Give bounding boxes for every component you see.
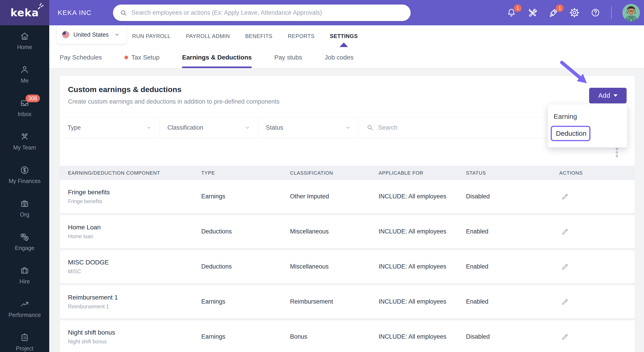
sidebar-item-label: Me bbox=[21, 77, 29, 84]
global-search[interactable] bbox=[113, 5, 411, 21]
actions-cell bbox=[559, 297, 635, 306]
unread-count-badge: 308 bbox=[26, 95, 40, 102]
module-tab-reports[interactable]: REPORTS bbox=[288, 25, 314, 47]
component-name: Night shift bonus bbox=[68, 329, 201, 336]
finances-icon bbox=[20, 165, 30, 175]
help-button[interactable] bbox=[590, 8, 601, 18]
sidebar-item-performance[interactable]: Performance bbox=[0, 299, 49, 332]
edit-button[interactable] bbox=[561, 192, 569, 201]
add-button-label: Add bbox=[598, 92, 610, 99]
chevron-down-icon bbox=[114, 32, 120, 38]
sidebar-item-label: Hire bbox=[20, 278, 30, 285]
type-cell: Earnings bbox=[201, 333, 290, 340]
sub-tab-earnings-deductions[interactable]: Earnings & Deductions bbox=[182, 47, 252, 68]
hire-icon bbox=[20, 266, 30, 276]
app-window: { "colors": { "topbar_bg": "#655bc9", "l… bbox=[0, 0, 644, 352]
notifications-button[interactable]: 1 bbox=[506, 8, 516, 18]
pencil-icon bbox=[561, 262, 569, 271]
pencil-icon bbox=[561, 297, 569, 306]
sidebar-item-label: Engage bbox=[15, 245, 34, 251]
table-row: Home LoanHome loanDeductionsMiscellaneou… bbox=[60, 215, 635, 248]
whats-new-button[interactable]: 1 bbox=[548, 8, 558, 18]
sub-tab-label: Pay Schedules bbox=[60, 54, 102, 61]
module-tab-benefits[interactable]: BENEFITS bbox=[245, 25, 272, 47]
column-header-applicable-for: APPLICABLE FOR bbox=[378, 170, 466, 176]
header-divider bbox=[611, 6, 612, 19]
user-avatar[interactable] bbox=[622, 4, 640, 22]
component-code: Fringe benefits bbox=[68, 198, 201, 205]
classification-cell: Miscellaneous bbox=[290, 228, 378, 235]
classification-cell: Bonus bbox=[290, 333, 378, 340]
sidebar-item-engage[interactable]: Engage bbox=[0, 232, 49, 266]
type-filter[interactable]: Type bbox=[60, 117, 160, 138]
column-options-button[interactable] bbox=[615, 148, 619, 157]
sidebar-item-label: My Finances bbox=[8, 178, 41, 184]
sidebar-item-inbox[interactable]: 308Inbox bbox=[0, 98, 49, 132]
keka-logo-text: keka bbox=[10, 7, 39, 19]
sub-tab-label: Earnings & Deductions bbox=[182, 54, 252, 61]
module-tab-label: SETTINGS bbox=[330, 33, 358, 39]
global-search-input[interactable] bbox=[132, 9, 404, 16]
module-tabs: RUN PAYROLLPAYROLL ADMINBENEFITSREPORTSS… bbox=[132, 25, 358, 47]
sub-tab-pay-stubs[interactable]: Pay stubs bbox=[274, 47, 302, 68]
classification-cell: Other Imputed bbox=[290, 193, 378, 200]
chevron-down-icon bbox=[345, 125, 351, 130]
column-header-classification: CLASSIFICATION bbox=[290, 170, 378, 176]
us-flag-icon bbox=[62, 31, 70, 39]
sub-tab-job-codes[interactable]: Job codes bbox=[324, 47, 354, 68]
sidebar-item-org[interactable]: Org bbox=[0, 199, 49, 232]
add-button[interactable]: Add bbox=[589, 88, 626, 103]
module-tab-run-payroll[interactable]: RUN PAYROLL bbox=[132, 25, 170, 47]
top-bar: keka KEKA INC 1 bbox=[0, 0, 644, 25]
sub-tab-label: Job codes bbox=[324, 54, 354, 61]
pencil-icon bbox=[561, 332, 569, 341]
sub-tab-label: Pay stubs bbox=[274, 54, 302, 61]
actions-cell bbox=[559, 332, 635, 341]
settings-button[interactable] bbox=[569, 8, 580, 18]
module-tab-settings[interactable]: SETTINGS bbox=[330, 25, 358, 47]
table-body: Fringe benefitsFringe benefitsEarningsOt… bbox=[60, 180, 635, 352]
edit-button[interactable] bbox=[561, 227, 569, 236]
menu-item-earning[interactable]: Earning bbox=[548, 110, 627, 123]
sidebar-item-my-team[interactable]: My Team bbox=[0, 132, 49, 165]
team-icon bbox=[20, 132, 30, 142]
row-separator bbox=[60, 283, 635, 285]
module-tab-payroll-admin[interactable]: PAYROLL ADMIN bbox=[186, 25, 230, 47]
alert-dot-icon bbox=[124, 56, 128, 59]
table-row: Reimbursement 1Reimbursement 1EarningsRe… bbox=[60, 285, 635, 318]
component-cell: Home LoanHome loan bbox=[68, 224, 201, 240]
pencil-icon bbox=[561, 192, 569, 201]
sidebar-item-my-finances[interactable]: My Finances bbox=[0, 165, 49, 199]
type-filter-label: Type bbox=[68, 124, 146, 131]
row-separator bbox=[60, 213, 635, 215]
type-cell: Earnings bbox=[201, 193, 290, 200]
edit-button[interactable] bbox=[561, 332, 569, 341]
status-filter[interactable]: Status bbox=[258, 117, 359, 138]
type-cell: Earnings bbox=[201, 298, 290, 305]
sub-tab-tax-setup[interactable]: Tax Setup bbox=[124, 47, 160, 68]
sidebar-item-home[interactable]: Home bbox=[0, 31, 49, 65]
sidebar-item-me[interactable]: Me bbox=[0, 65, 49, 98]
status-filter-label: Status bbox=[266, 124, 345, 131]
row-separator bbox=[60, 318, 635, 320]
column-header-type: TYPE bbox=[201, 170, 290, 176]
sidebar: HomeMe308InboxMy TeamMy FinancesOrgEngag… bbox=[0, 25, 49, 352]
sidebar-item-hire[interactable]: Hire bbox=[0, 266, 49, 299]
table-header: EARNING/DEDUCTION COMPONENTTYPECLASSIFIC… bbox=[60, 166, 635, 180]
sub-tab-pay-schedules[interactable]: Pay Schedules bbox=[60, 47, 102, 68]
classification-filter[interactable]: Classification bbox=[160, 117, 258, 138]
sidebar-item-label: Org bbox=[20, 211, 29, 218]
tools-button[interactable] bbox=[527, 8, 538, 18]
caret-down-icon bbox=[614, 94, 618, 97]
edit-button[interactable] bbox=[561, 297, 569, 306]
sidebar-item-project[interactable]: Project bbox=[0, 332, 49, 352]
user-icon bbox=[20, 65, 30, 75]
type-cell: Deductions bbox=[201, 263, 290, 270]
card-title: Custom earnings & deductions bbox=[68, 85, 635, 94]
country-selector[interactable]: United States bbox=[56, 25, 126, 44]
keka-logo[interactable]: keka bbox=[0, 0, 49, 25]
module-bar: United States RUN PAYROLLPAYROLL ADMINBE… bbox=[49, 25, 644, 47]
menu-item-deduction[interactable]: Deduction bbox=[551, 126, 590, 141]
sidebar-item-label: Home bbox=[17, 44, 32, 51]
edit-button[interactable] bbox=[561, 262, 569, 271]
